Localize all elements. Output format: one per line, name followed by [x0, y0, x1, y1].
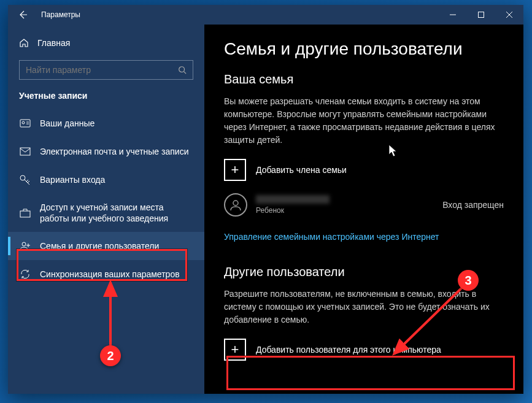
manage-family-link[interactable]: Управление семейными настройками через И…: [224, 232, 439, 242]
sidebar-item-work-school[interactable]: Доступ к учетной записи места работы или…: [8, 194, 204, 232]
close-icon: [506, 12, 512, 18]
add-family-label: Добавить члена семьи: [256, 165, 347, 175]
family-description: Вы можете разрешать членам семьи входить…: [224, 95, 504, 147]
svg-point-13: [22, 242, 26, 246]
avatar: [224, 193, 247, 217]
svg-line-5: [184, 72, 187, 74]
home-button[interactable]: Главная: [8, 32, 204, 54]
svg-rect-1: [479, 12, 484, 18]
page-title: Семья и другие пользователи: [224, 39, 504, 59]
titlebar: Параметры: [8, 5, 523, 25]
window-title: Параметры: [41, 10, 80, 19]
section-title: Учетные записи: [8, 91, 204, 109]
svg-rect-10: [20, 148, 30, 155]
sidebar-item-signin-options[interactable]: Варианты входа: [8, 166, 204, 194]
sidebar-item-sync[interactable]: Синхронизация ваших параметров: [8, 260, 204, 288]
svg-point-7: [22, 121, 25, 124]
add-family-member-button[interactable]: + Добавить члена семьи: [224, 159, 504, 181]
others-section-title: Другие пользователи: [224, 265, 504, 279]
sidebar-item-email-accounts[interactable]: Электронная почта и учетные записи: [8, 137, 204, 166]
back-button[interactable]: [8, 5, 37, 25]
family-section-title: Ваша семья: [224, 72, 504, 86]
home-label: Главная: [37, 38, 70, 48]
plus-icon: +: [224, 159, 246, 181]
sidebar-item-label: Варианты входа: [40, 174, 193, 185]
search-input[interactable]: [26, 65, 178, 75]
svg-point-4: [179, 67, 185, 72]
sidebar-item-label: Синхронизация ваших параметров: [40, 269, 193, 280]
sidebar: Главная Учетные записи Ваши данные Элект…: [8, 25, 204, 394]
maximize-icon: [478, 12, 484, 18]
member-name-redacted: [256, 195, 330, 204]
sync-icon: [20, 269, 31, 280]
home-icon: [19, 38, 29, 48]
maximize-button[interactable]: [467, 5, 495, 25]
window-controls: [439, 5, 523, 25]
id-card-icon: [20, 119, 31, 128]
svg-point-11: [20, 175, 25, 180]
family-member-row[interactable]: Ребенок Вход запрещен: [224, 193, 504, 217]
search-icon: [178, 66, 187, 74]
svg-rect-6: [20, 120, 30, 127]
add-other-label: Добавить пользователя для этого компьюте…: [256, 345, 441, 355]
search-box[interactable]: [19, 60, 193, 80]
main-content: Семья и другие пользователи Ваша семья В…: [204, 25, 523, 394]
svg-rect-12: [20, 211, 30, 217]
member-info: Ребенок: [256, 195, 434, 215]
briefcase-icon: [20, 208, 31, 218]
member-status: Вход запрещен: [442, 200, 504, 210]
window-body: Главная Учетные записи Ваши данные Элект…: [8, 25, 523, 394]
sidebar-item-label: Ваши данные: [40, 118, 193, 129]
sidebar-item-label: Доступ к учетной записи места работы или…: [40, 202, 193, 224]
settings-window: Параметры Главная Учетные записи Ваши да…: [8, 5, 523, 394]
others-description: Разрешите пользователям, не включенным в…: [224, 288, 504, 326]
minimize-button[interactable]: [439, 5, 467, 25]
sidebar-item-family[interactable]: Семья и другие пользователи: [8, 232, 204, 260]
sidebar-item-your-info[interactable]: Ваши данные: [8, 109, 204, 137]
arrow-left-icon: [18, 10, 28, 20]
sidebar-item-label: Семья и другие пользователи: [40, 240, 193, 251]
sidebar-item-label: Электронная почта и учетные записи: [40, 146, 193, 157]
user-icon: [229, 198, 242, 212]
close-button[interactable]: [495, 5, 523, 25]
people-plus-icon: [20, 241, 31, 251]
key-icon: [20, 175, 31, 185]
plus-icon: +: [224, 339, 246, 361]
member-type: Ребенок: [256, 206, 434, 215]
mail-icon: [20, 147, 31, 156]
add-other-user-button[interactable]: + Добавить пользователя для этого компью…: [224, 339, 504, 361]
minimize-icon: [450, 12, 456, 18]
svg-point-16: [233, 201, 238, 205]
